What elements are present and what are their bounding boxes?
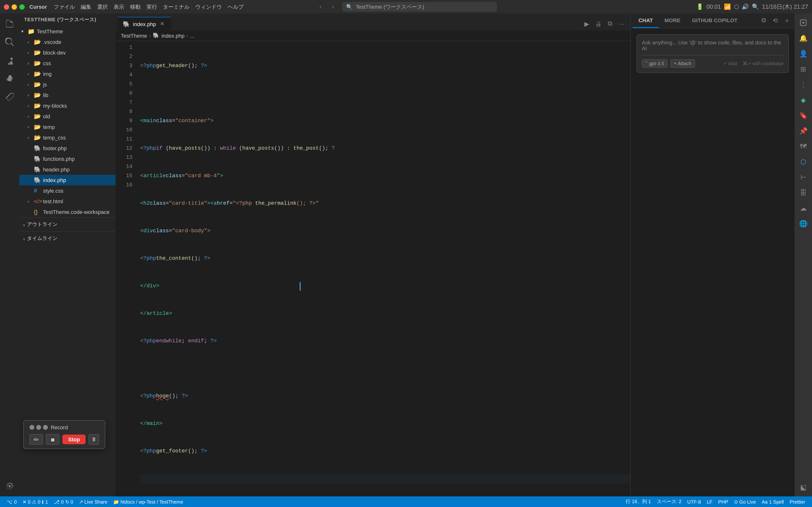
split-editor-button[interactable]: ⧉: [605, 19, 615, 29]
menu-go[interactable]: 移動: [130, 3, 141, 10]
bookmark-icon[interactable]: 🔖: [796, 108, 811, 123]
status-branch[interactable]: ⎇ 0 ↻ 0: [51, 496, 76, 507]
tree-item-lib[interactable]: › 📂 lib: [19, 90, 115, 101]
status-live-share[interactable]: ↗ Live Share: [76, 496, 110, 507]
tree-item-old[interactable]: › 📂 old: [19, 111, 115, 122]
menu-window[interactable]: ウィンドウ: [195, 3, 222, 10]
menu-run[interactable]: 実行: [146, 3, 157, 10]
tree-item-test-html[interactable]: › </> test.html: [19, 196, 115, 207]
activity-search[interactable]: [1, 34, 18, 50]
breadcrumb-workspace[interactable]: TestTheme: [121, 33, 147, 38]
tree-item-workspace[interactable]: {} TestTheme.code-workspace: [19, 207, 115, 217]
menu-edit[interactable]: 編集: [81, 3, 91, 10]
accounts-icon[interactable]: 👤: [796, 46, 811, 61]
tab-github-copilot[interactable]: GITHUB COPILOT: [686, 13, 743, 28]
code-content[interactable]: <?php get_header(); ?> <main class="cont…: [135, 41, 630, 496]
menu-terminal[interactable]: ターミナル: [163, 3, 190, 10]
tree-item-temp-css[interactable]: › 📂 temp_css: [19, 132, 115, 143]
breadcrumb-symbol[interactable]: ...: [190, 33, 195, 38]
tree-root-folder[interactable]: ▾ 📁 TestTheme: [19, 26, 115, 37]
globe-icon[interactable]: 🌐: [796, 216, 811, 231]
notification-icon[interactable]: 🔔: [796, 31, 811, 45]
stop-record-icon-button[interactable]: ■: [46, 434, 59, 445]
status-spell[interactable]: Aa 1 Spell: [759, 499, 787, 504]
spell-icon: Aa: [762, 499, 767, 504]
tab-more[interactable]: MORE: [659, 13, 686, 28]
code-editor[interactable]: 1 2 3 4 5 6 7 8 9 10 11 12 13 14 15 16 <…: [116, 41, 630, 496]
code-line-13: <?php hoge(); ?>: [140, 392, 630, 401]
breadcrumb-file[interactable]: index.php: [161, 33, 185, 38]
map-icon[interactable]: 🗺: [796, 139, 811, 154]
ai-icon[interactable]: ◈: [796, 93, 811, 107]
nav-buttons: ‹ ›: [315, 2, 338, 11]
edit-record-button[interactable]: ✏: [30, 434, 43, 445]
database-icon[interactable]: 🗄: [796, 185, 811, 200]
chat-body: Ask anything... Use '@' to show code, fi…: [631, 29, 795, 496]
tree-item-temp[interactable]: › 📂 temp: [19, 122, 115, 132]
tree-item-block-dev[interactable]: › 📂 block-dev: [19, 47, 115, 58]
menu-view[interactable]: 表示: [114, 3, 124, 10]
tree-item-vscode[interactable]: › 📂 .vscode: [19, 37, 115, 47]
pin-icon[interactable]: 📌: [796, 124, 811, 138]
tree-item-img[interactable]: › 📂 img: [19, 68, 115, 79]
pause-button[interactable]: ⏸: [89, 434, 99, 445]
chat-placeholder[interactable]: Ask anything... Use '@' to show code, fi…: [642, 40, 783, 51]
remote-icon[interactable]: [796, 15, 811, 30]
print-button[interactable]: 🖨: [594, 19, 603, 29]
status-line-ending[interactable]: LF: [704, 499, 715, 504]
forward-button[interactable]: ›: [328, 2, 338, 11]
minimize-button[interactable]: [12, 4, 17, 9]
timeline-header[interactable]: › タイムライン: [19, 234, 115, 243]
run-button[interactable]: ▶: [582, 19, 592, 29]
menu-file[interactable]: ファイル: [54, 3, 75, 10]
status-remote[interactable]: ⌥ 0: [4, 496, 19, 507]
layout-icon[interactable]: ⊞: [796, 62, 811, 76]
tab-close-button[interactable]: ✕: [159, 20, 165, 27]
terminal-icon[interactable]: ⊢: [796, 170, 811, 184]
main-layout: TESTTHEME (ワークスペース) ▾ 📁 TestTheme › 📂 .v…: [0, 13, 812, 496]
status-errors[interactable]: ✕ 0 ⚠ 0 ℹ 1: [19, 496, 51, 507]
expand-icon[interactable]: ⬕: [796, 480, 811, 495]
more-actions-button[interactable]: ···: [617, 19, 626, 29]
tree-item-footer-php[interactable]: 🐘 footer.php: [19, 143, 115, 154]
activity-extensions[interactable]: [1, 89, 18, 105]
activity-settings[interactable]: [1, 478, 18, 495]
attach-button[interactable]: + Attach: [670, 59, 695, 68]
tree-item-js[interactable]: › 📂 js: [19, 79, 115, 90]
activity-git[interactable]: [1, 52, 18, 68]
command-palette[interactable]: 🔍 TestTheme (ワークスペース): [342, 2, 497, 12]
close-button[interactable]: [4, 4, 9, 9]
tree-item-functions-php[interactable]: 🐘 functions.php: [19, 154, 115, 164]
outline-header[interactable]: › アウトライン: [19, 220, 115, 229]
status-go-live[interactable]: ⊙ Go Live: [731, 499, 759, 504]
tree-item-index-php[interactable]: 🐘 index.php: [19, 175, 115, 185]
cursor-ai-icon[interactable]: ⬡: [796, 155, 811, 169]
status-spaces[interactable]: スペース: 2: [654, 498, 684, 505]
model-selector[interactable]: ˅ gpt-3.5: [642, 59, 667, 68]
activity-explorer[interactable]: [1, 15, 18, 32]
tab-index-php[interactable]: 🐘 index.php ✕: [118, 17, 171, 31]
tab-chat[interactable]: CHAT: [633, 13, 659, 28]
status-prettier[interactable]: Prettier: [787, 499, 808, 504]
cloud-icon[interactable]: ☁: [796, 201, 811, 215]
maximize-button[interactable]: [19, 4, 24, 9]
status-path[interactable]: 📁 htdocs / wp-Test / TestTheme: [110, 496, 186, 507]
search-spotlight-icon[interactable]: 🔍: [752, 3, 759, 10]
menu-select[interactable]: 選択: [97, 3, 108, 10]
activity-debug[interactable]: [1, 70, 18, 87]
tree-item-header-php[interactable]: 🐘 header.php: [19, 164, 115, 175]
chat-split-button[interactable]: ⧉: [759, 15, 768, 25]
tree-item-my-blocks[interactable]: › 📂 my-blocks: [19, 101, 115, 111]
editor-area: 🐘 index.php ✕ ▶ 🖨 ⧉ ··· TestTheme › 🐘 in…: [116, 13, 630, 496]
stop-button[interactable]: Stop: [62, 435, 86, 444]
back-button[interactable]: ‹: [315, 2, 326, 11]
tree-item-style-css[interactable]: # style.css: [19, 185, 115, 196]
status-language[interactable]: PHP: [715, 499, 731, 504]
menu-help[interactable]: ヘルプ: [227, 3, 244, 10]
chat-new-button[interactable]: +: [782, 15, 792, 25]
status-line-col[interactable]: 行 16、列 1: [623, 498, 654, 505]
more-icon[interactable]: ⋮: [796, 77, 811, 92]
chat-history-button[interactable]: ⟲: [770, 15, 780, 25]
status-encoding[interactable]: UTF-8: [684, 499, 704, 504]
tree-item-css[interactable]: › 📂 css: [19, 58, 115, 68]
